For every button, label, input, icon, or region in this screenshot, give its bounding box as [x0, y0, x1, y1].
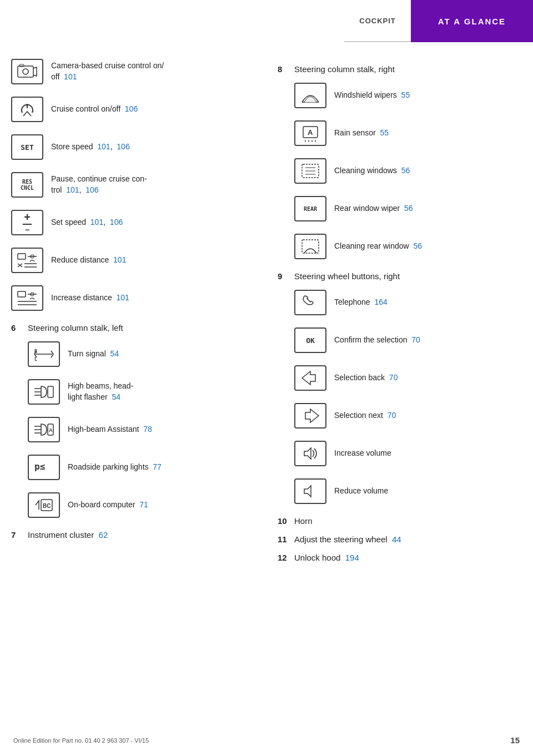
cleaning-rear-svg [300, 238, 321, 255]
onboard-computer-icon: BC [28, 492, 60, 518]
page-ref[interactable]: 44 [392, 535, 401, 544]
high-beams-text: High beams, head-light flasher 54 [68, 381, 133, 402]
page-ref[interactable]: 106 [110, 218, 123, 226]
header-at-glance: AT A GLANCE [411, 0, 533, 42]
high-beams-icon [28, 379, 60, 405]
edition-text: Online Edition for Part no. 01 40 2 963 … [13, 737, 149, 744]
reduce-volume-icon [294, 478, 326, 504]
page-ref[interactable]: 70 [389, 373, 398, 382]
page-ref[interactable]: 194 [345, 553, 359, 562]
set-text: SET [21, 143, 33, 152]
list-item: Cleaning windows 56 [294, 158, 522, 184]
list-item: REAR Rear window wiper 56 [294, 196, 522, 221]
cleaning-windows-svg [300, 162, 321, 180]
list-item: Windshield wipers 55 [294, 83, 522, 108]
reduce-distance-text: Reduce distance 101 [51, 255, 126, 266]
page-ref[interactable]: 54 [112, 392, 120, 401]
page-ref[interactable]: 70 [388, 411, 396, 420]
page-ref[interactable]: 164 [374, 298, 387, 306]
increase-dist-svg [17, 289, 38, 307]
rain-sensor-icon: A [294, 120, 326, 146]
increase-volume-icon [294, 441, 326, 466]
pause-continue-text: Pause, continue cruise con-trol 101, 106 [51, 174, 147, 195]
page-ref[interactable]: 62 [99, 530, 108, 540]
page-ref[interactable]: 56 [401, 166, 410, 175]
page-ref[interactable]: 101 [66, 185, 79, 194]
section8-num: 8 [278, 64, 289, 74]
selection-next-icon [294, 403, 326, 429]
list-item: SET Store speed 101, 106 [11, 134, 266, 160]
page-ref[interactable]: 101 [97, 142, 110, 151]
list-item: A Rain sensor 55 [294, 120, 522, 146]
page-ref[interactable]: 106 [125, 104, 138, 113]
page-ref[interactable]: 101 [90, 218, 103, 226]
page-ref[interactable]: 101 [113, 255, 126, 264]
page-ref[interactable]: 101 [117, 293, 129, 302]
cruise-onoff-icon [11, 97, 43, 122]
section8-header: 8 Steering column stalk, right [278, 64, 522, 74]
selection-next-svg [300, 407, 321, 425]
section7-header: 7 Instrument cluster 62 [11, 530, 266, 540]
windshield-wipers-icon [294, 83, 326, 108]
telephone-svg [300, 294, 321, 311]
confirm-selection-text: Confirm the selection 70 [334, 335, 420, 346]
page-footer: Online Edition for Part no. 01 40 2 963 … [0, 735, 533, 745]
turn-signal-svg: R L [33, 345, 54, 363]
set-speed-text: Set speed 101, 106 [51, 217, 123, 228]
page-ref[interactable]: 101 [64, 72, 77, 81]
reduce-dist-icon [11, 248, 43, 273]
list-item: Increase volume [294, 441, 522, 466]
page-ref[interactable]: 78 [143, 425, 152, 434]
svg-text:p≤: p≤ [34, 461, 45, 472]
selection-back-text: Selection back 70 [334, 372, 398, 384]
section12-num: 12 [278, 553, 289, 562]
page-ref[interactable]: 54 [110, 349, 119, 358]
high-beams-svg [33, 383, 54, 401]
increase-volume-svg [300, 445, 321, 462]
parking-lights-svg: p≤ [33, 458, 54, 476]
page-ref[interactable]: 77 [153, 462, 162, 471]
list-item: R L Turn signal 54 [28, 341, 266, 367]
list-item: Cruise control on/off 106 [11, 97, 266, 122]
cockpit-label: COCKPIT [359, 17, 396, 25]
rear-wiper-text: REAR [304, 206, 317, 212]
section7-title: Instrument cluster 62 [28, 530, 108, 540]
page-ref[interactable]: 56 [413, 241, 422, 250]
turn-signal-text: Turn signal 54 [68, 349, 119, 360]
svg-marker-44 [305, 409, 319, 422]
page-ref[interactable]: 55 [401, 90, 410, 99]
page-ref[interactable]: 106 [117, 142, 129, 151]
page-header: COCKPIT AT A GLANCE [0, 0, 533, 42]
section6-num: 6 [11, 323, 22, 332]
set-icon: SET [11, 134, 43, 160]
reduce-dist-svg [17, 251, 38, 269]
store-speed-text: Store speed 101, 106 [51, 142, 130, 153]
list-item: A High-beam Assistant 78 [28, 417, 266, 442]
res-cncl-text: RESCNCL [21, 179, 34, 191]
section12-title: Unlock hood 194 [294, 553, 359, 562]
onboard-computer-text: On-board computer 71 [68, 500, 148, 511]
section6-items: R L Turn signal 54 [11, 341, 266, 518]
list-item: + − Set speed 101, 106 [11, 210, 266, 235]
section11-title: Adjust the steering wheel 44 [294, 535, 401, 544]
page-ref[interactable]: 56 [404, 204, 413, 213]
page-ref[interactable]: 71 [139, 500, 148, 509]
section10-num: 10 [278, 516, 289, 526]
svg-point-1 [23, 69, 28, 74]
page-ref[interactable]: 106 [86, 185, 98, 194]
right-column: 8 Steering column stalk, right Windshiel… [278, 59, 522, 571]
list-item: BC On-board computer 71 [28, 492, 266, 518]
section9-num: 9 [278, 271, 289, 281]
rain-sensor-svg: A [300, 124, 321, 142]
page-ref[interactable]: 70 [411, 335, 420, 344]
increase-dist-icon [11, 285, 43, 311]
parking-lights-icon: p≤ [28, 455, 60, 480]
selection-next-text: Selection next 70 [334, 410, 396, 421]
plus-minus-symbol: + − [23, 211, 32, 234]
ok-text: OK [306, 336, 315, 345]
rear-wiper-icon: REAR [294, 196, 326, 221]
reduce-volume-svg [300, 482, 321, 500]
list-item: Selection back 70 [294, 365, 522, 391]
page-ref[interactable]: 55 [380, 128, 389, 137]
svg-text:A: A [308, 128, 313, 137]
